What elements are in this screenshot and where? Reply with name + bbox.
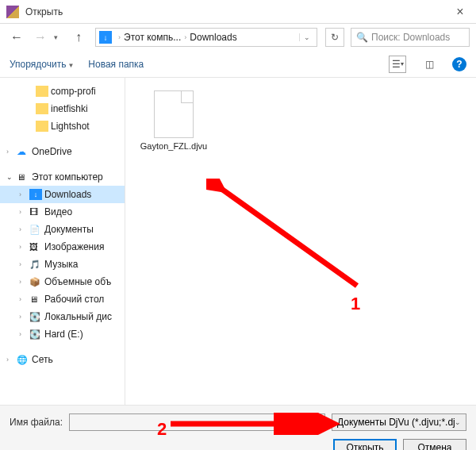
tree-hard-e[interactable]: ›Hard (E:) xyxy=(0,325,125,343)
tree-folder-inetfishki[interactable]: inetfishki xyxy=(0,100,125,117)
close-button[interactable]: × xyxy=(444,0,476,24)
filename-dropdown-icon[interactable]: ⌄ xyxy=(309,418,324,426)
body: comp-profi inetfishki Lightshot ›OneDriv… xyxy=(0,78,476,405)
app-icon xyxy=(6,6,19,18)
annotation-number-2: 2 xyxy=(157,419,167,440)
tree-localdisk[interactable]: ›Локальный дис xyxy=(0,308,125,325)
titlebar: Открыть × xyxy=(0,0,476,24)
navbar: ← → ▾ ↑ › Этот компь... › Downloads ⌄ ↻ … xyxy=(0,24,476,51)
window-title: Открыть xyxy=(25,6,444,17)
nav-tree: comp-profi inetfishki Lightshot ›OneDriv… xyxy=(0,78,125,405)
tree-folder-compprofi[interactable]: comp-profi xyxy=(0,83,125,100)
filetype-select[interactable]: Документы DjVu (*.djvu;*.djv)⌄ xyxy=(332,413,466,431)
path-segment-pc[interactable]: Этот компь... xyxy=(124,32,181,43)
path-dropdown-icon[interactable]: ⌄ xyxy=(299,33,313,41)
search-icon: 🔍 xyxy=(356,32,368,43)
forward-button[interactable]: → xyxy=(30,27,51,48)
tree-images[interactable]: ›Изображения xyxy=(0,238,125,256)
path-sep-icon: › xyxy=(184,33,186,41)
history-dropdown-icon[interactable]: ▾ xyxy=(54,33,65,41)
toolbar: Упорядочить▼ Новая папка ☰▾ ◫ ? xyxy=(0,51,476,78)
organize-button[interactable]: Упорядочить▼ xyxy=(10,59,74,70)
tree-onedrive[interactable]: ›OneDrive xyxy=(0,143,125,160)
file-area[interactable]: Gayton_FZL.djvu xyxy=(125,78,476,405)
back-button[interactable]: ← xyxy=(6,27,27,48)
search-input[interactable]: 🔍 Поиск: Downloads xyxy=(351,28,470,47)
tree-documents[interactable]: ›Документы xyxy=(0,221,125,238)
help-button[interactable]: ? xyxy=(452,57,466,71)
filename-input[interactable]: ⌄ xyxy=(69,413,325,431)
search-placeholder: Поиск: Downloads xyxy=(371,32,450,43)
cancel-button[interactable]: Отмена xyxy=(403,439,466,450)
address-bar[interactable]: › Этот компь... › Downloads ⌄ xyxy=(95,28,317,47)
tree-network[interactable]: ›Сеть xyxy=(0,351,125,368)
path-sep-icon: › xyxy=(118,33,121,41)
tree-video[interactable]: ›Видео xyxy=(0,203,125,221)
path-segment-downloads[interactable]: Downloads xyxy=(190,32,236,43)
djvu-file-icon xyxy=(154,90,194,138)
up-button[interactable]: ↑ xyxy=(68,27,89,48)
new-folder-button[interactable]: Новая папка xyxy=(88,59,144,70)
filename-label: Имя файла: xyxy=(10,417,63,428)
tree-folder-lightshot[interactable]: Lightshot xyxy=(0,117,125,135)
open-button[interactable]: Открыть xyxy=(333,439,397,450)
tree-volumes[interactable]: ›Объемные объ xyxy=(0,273,125,290)
refresh-button[interactable]: ↻ xyxy=(325,28,344,47)
annotation-number-1: 1 xyxy=(351,294,360,314)
tree-music[interactable]: ›Музыка xyxy=(0,256,125,273)
downloads-path-icon xyxy=(99,31,112,44)
footer: Имя файла: ⌄ Документы DjVu (*.djvu;*.dj… xyxy=(0,405,476,450)
tree-downloads[interactable]: ›Downloads xyxy=(0,186,125,203)
tree-this-pc[interactable]: ⌄Этот компьютер xyxy=(0,168,125,186)
view-mode-button[interactable]: ☰▾ xyxy=(389,56,406,73)
tree-desktop[interactable]: ›Рабочий стол xyxy=(0,290,125,308)
preview-pane-button[interactable]: ◫ xyxy=(420,56,438,73)
file-item[interactable]: Gayton_FZL.djvu xyxy=(138,90,209,151)
file-name-label: Gayton_FZL.djvu xyxy=(140,141,207,151)
